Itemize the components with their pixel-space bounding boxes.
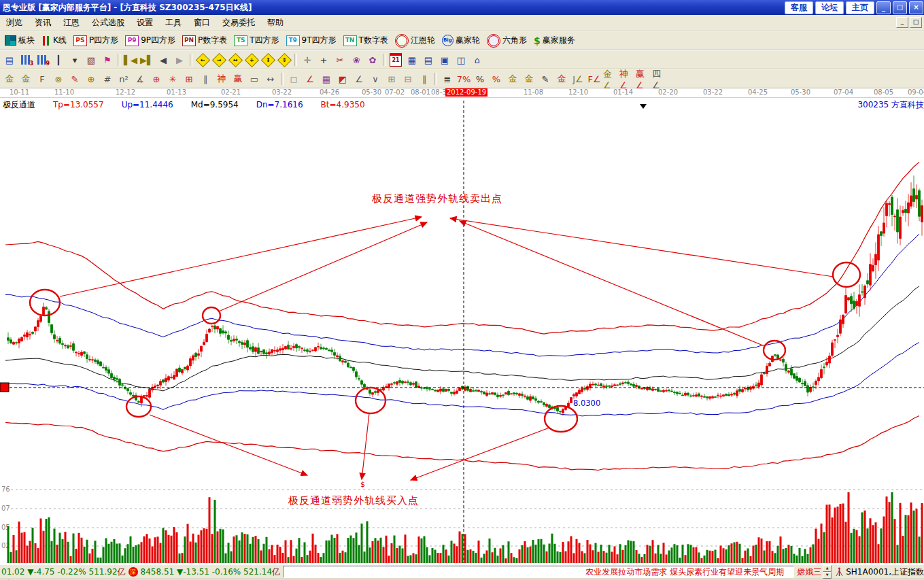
赢家服务-button[interactable]: $赢家服务 xyxy=(530,34,579,47)
spinner-down-button[interactable]: ▼ xyxy=(823,572,832,579)
percent-icon[interactable]: % xyxy=(473,73,487,86)
region-select-icon[interactable]: ▧ xyxy=(84,54,99,67)
minimize-button[interactable]: _ xyxy=(876,1,891,14)
pan-left-icon[interactable]: ← xyxy=(195,54,210,67)
forum-button[interactable]: 论坛 xyxy=(815,1,844,14)
candlestick-chart[interactable]: 76070502极反通道强势外轨线卖出点极反通道弱势外轨线买入点$8.0300 xyxy=(0,98,924,564)
web-icon[interactable]: ✳ xyxy=(165,73,180,86)
close-button[interactable]: × xyxy=(909,1,923,14)
spinner-up-button[interactable]: ▲ xyxy=(823,565,832,572)
chart3-icon[interactable]: 3 xyxy=(18,54,33,67)
four-angle-icon[interactable]: 四∠ xyxy=(652,73,667,86)
gold-tool2-icon[interactable]: 金 xyxy=(18,73,33,86)
grid-ticks-icon[interactable]: # xyxy=(100,73,115,86)
hand-tool-icon[interactable]: ✛ xyxy=(300,54,315,67)
purple-grid-icon[interactable]: ▦ xyxy=(319,73,334,86)
scale-icon[interactable]: ≣ xyxy=(440,73,455,86)
gann-web-icon[interactable]: ❀ xyxy=(349,54,364,67)
measure-icon[interactable]: ↔ xyxy=(263,73,278,86)
last-bar-icon[interactable]: ▶▌ xyxy=(139,54,154,67)
calculator-icon[interactable]: ▦ xyxy=(405,54,420,67)
next-bar-icon[interactable]: ▶ xyxy=(172,54,187,67)
homepage-button[interactable]: 主页 xyxy=(846,1,874,14)
fibonacci-icon[interactable]: F xyxy=(35,73,50,86)
grid3-icon[interactable]: ⊟ xyxy=(400,73,415,86)
cut-tool-icon[interactable]: ✂ xyxy=(332,54,347,67)
percent-line-icon[interactable]: % xyxy=(489,73,504,86)
menu-item-0[interactable]: 浏览 xyxy=(0,16,29,29)
gold-red-icon[interactable]: 金 xyxy=(554,73,569,86)
spiral-icon[interactable]: ⊚ xyxy=(51,73,66,86)
shen-tool-icon[interactable]: 神 xyxy=(214,73,229,86)
ying-angle-icon[interactable]: 赢∠ xyxy=(636,73,651,86)
menu-item-8[interactable]: 帮助 xyxy=(261,16,290,29)
grid-box-icon[interactable]: ⊞ xyxy=(182,73,196,86)
六角形-button[interactable]: 六角形 xyxy=(483,33,530,48)
menu-item-2[interactable]: 江恩 xyxy=(57,16,86,29)
chart9-icon[interactable]: 9 xyxy=(35,54,50,67)
angle-lines-icon[interactable]: ∠ xyxy=(352,73,366,86)
T数字表-button[interactable]: TNT数字表 xyxy=(340,34,392,47)
K线-button[interactable]: K线 xyxy=(38,34,70,47)
gold-line-icon[interactable]: 金 xyxy=(521,73,536,86)
9P四方形-button[interactable]: P99P四方形 xyxy=(122,34,179,47)
menu-item-1[interactable]: 资讯 xyxy=(29,16,57,29)
square-number-icon[interactable]: n² xyxy=(116,73,131,86)
restore-button[interactable]: □ xyxy=(893,1,907,14)
customer-service-button[interactable]: 客服 xyxy=(785,1,813,14)
mdi-restore-button[interactable]: □ xyxy=(910,17,922,28)
赢家轮-button[interactable]: Big赢家轮 xyxy=(439,34,483,47)
pan-right-icon[interactable]: → xyxy=(211,54,226,67)
parallel-icon[interactable]: ∥ xyxy=(198,73,213,86)
fan-box-icon[interactable]: ◩ xyxy=(335,73,350,86)
gold-circle-icon[interactable]: 金 xyxy=(505,73,520,86)
grid2-icon[interactable]: ⊞ xyxy=(384,73,399,86)
gold-tool1-icon[interactable]: 金 xyxy=(2,73,17,86)
fan-lines-icon[interactable]: ∠ xyxy=(303,73,318,86)
ruler-icon[interactable]: ▭ xyxy=(247,73,262,86)
P四方形-button[interactable]: PSP四方形 xyxy=(70,34,122,47)
target-circle-icon[interactable]: ⊕ xyxy=(84,73,99,86)
mdi-minimize-button[interactable]: _ xyxy=(896,17,908,28)
calendar-icon[interactable]: 21 xyxy=(388,54,403,67)
menu-item-3[interactable]: 公式选股 xyxy=(86,16,131,29)
板块-button[interactable]: 板块 xyxy=(1,34,38,47)
square-tool-icon[interactable]: ◻ xyxy=(286,73,301,86)
circle-cross-icon[interactable]: ⊕ xyxy=(149,73,164,86)
notes-icon[interactable]: ▤ xyxy=(421,54,436,67)
zoom-v-icon[interactable]: ↕ xyxy=(260,54,275,67)
menu-item-4[interactable]: 设置 xyxy=(131,16,159,29)
menu-item-7[interactable]: 交易委托 xyxy=(216,16,261,29)
zoom-all-icon[interactable]: + xyxy=(244,54,259,67)
j-angle-icon[interactable]: J∠ xyxy=(570,73,585,86)
crosshair-tool-icon[interactable]: + xyxy=(316,54,331,67)
dropdown-arrow-icon[interactable]: ▾ xyxy=(67,54,82,67)
first-bar-icon[interactable]: ▌◀ xyxy=(123,54,138,67)
f-angle-icon[interactable]: F∠ xyxy=(587,73,602,86)
zoom-h-icon[interactable]: ↔ xyxy=(228,54,243,67)
pen2-icon[interactable]: ✎ xyxy=(538,73,553,86)
P数字表-button[interactable]: PNP数字表 xyxy=(179,34,230,47)
workstation-icon[interactable]: ⌂ xyxy=(470,54,485,67)
ying-tool-icon[interactable]: 赢 xyxy=(230,73,245,86)
angle-icon[interactable]: ∡ xyxy=(133,73,148,86)
gold-angle-icon[interactable]: 金∠ xyxy=(603,73,618,86)
gann-knot-icon[interactable]: ✿ xyxy=(365,54,380,67)
flag-chart-icon[interactable]: ⚑ xyxy=(100,54,115,67)
prev-bar-icon[interactable]: ◀ xyxy=(156,54,171,67)
net-doc-icon[interactable]: ◫ xyxy=(454,54,468,67)
9T四方形-button[interactable]: T99T四方形 xyxy=(283,34,340,47)
pen-icon[interactable]: ✎ xyxy=(67,73,82,86)
expand-v-icon[interactable]: ⇕ xyxy=(277,54,292,67)
vee-lines-icon[interactable]: ∨ xyxy=(368,73,383,86)
doc-icon[interactable]: ▤ xyxy=(2,54,17,67)
menu-item-5[interactable]: 工具 xyxy=(159,16,188,29)
slash-lines-icon[interactable]: ∥ xyxy=(417,73,432,86)
kline-chart-area[interactable]: 极反通道Tp=13.0557Up=11.4446Md=9.5954Dn=7.16… xyxy=(0,98,924,564)
save-icon[interactable]: ▣ xyxy=(437,54,452,67)
江恩轮-button[interactable]: 江恩轮 xyxy=(392,33,439,48)
shen-angle-icon[interactable]: 神∠ xyxy=(619,73,634,86)
candle-style-icon[interactable]: ┃ xyxy=(51,54,66,67)
menu-item-6[interactable]: 窗口 xyxy=(188,16,216,29)
T四方形-button[interactable]: TST四方形 xyxy=(230,34,282,47)
